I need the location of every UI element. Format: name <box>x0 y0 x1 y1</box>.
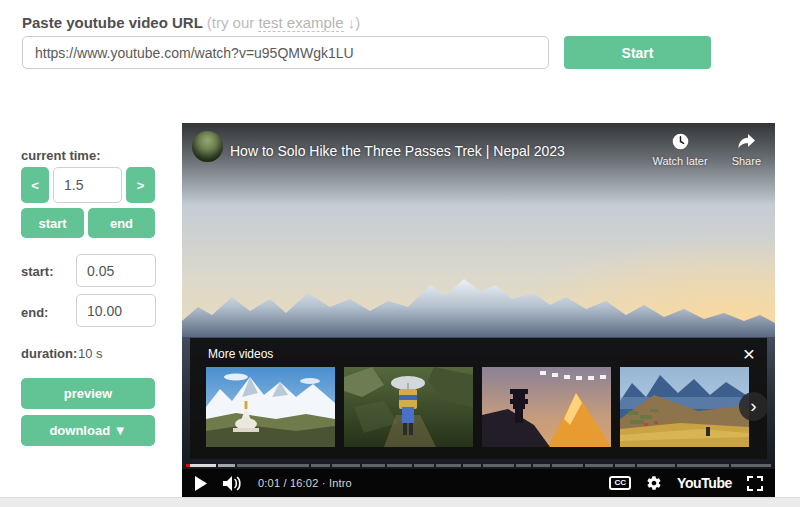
url-field-label-text: Paste youtube video URL <box>22 14 203 31</box>
footer-divider-band <box>0 497 800 507</box>
youtube-logo[interactable]: YouTube <box>677 475 732 491</box>
chapter-segment[interactable] <box>218 464 236 467</box>
chapter-segment[interactable] <box>677 464 729 467</box>
next-videos-chevron[interactable]: › <box>739 392 768 421</box>
captions-button[interactable]: CC <box>609 476 631 491</box>
chapter-segment[interactable] <box>483 464 514 467</box>
play-button[interactable] <box>194 476 207 491</box>
clock-icon <box>672 133 689 150</box>
chapter-segment[interactable] <box>637 464 675 467</box>
video-thumbnail-snowy-peaks-with-stupa[interactable] <box>206 367 335 447</box>
chapter-segment[interactable] <box>533 464 551 467</box>
chapter-segment[interactable] <box>436 464 461 467</box>
more-videos-title: More videos <box>208 347 273 361</box>
start-button[interactable]: Start <box>564 36 711 69</box>
thumbnail-row <box>206 367 749 447</box>
chapter-segment[interactable] <box>615 464 636 467</box>
start-time-input[interactable] <box>76 254 156 287</box>
channel-avatar[interactable] <box>192 131 223 162</box>
time-display: 0:01 / 16:02 · Intro <box>258 477 352 489</box>
chapter-segment[interactable] <box>362 464 385 467</box>
step-back-button[interactable]: < <box>21 167 49 203</box>
url-field-label: Paste youtube video URL (try our test ex… <box>22 14 360 31</box>
fullscreen-icon[interactable] <box>747 476 763 491</box>
chapter-segment[interactable] <box>186 464 216 467</box>
chapter-segment[interactable] <box>414 464 435 467</box>
end-time-input[interactable] <box>76 294 156 327</box>
video-thumbnail-porter-with-umbrella-on-trail[interactable] <box>344 367 473 447</box>
set-end-button[interactable]: end <box>88 208 155 238</box>
current-time-label: current time: <box>21 148 100 163</box>
video-thumbnail-golden-peak-sunset-with-pagoda[interactable] <box>482 367 611 447</box>
url-input[interactable] <box>22 36 549 69</box>
chapter-segment[interactable] <box>516 464 531 467</box>
volume-icon[interactable] <box>222 476 243 491</box>
watch-later-label: Watch later <box>652 155 707 167</box>
mountain-ridge <box>182 269 775 339</box>
chapter-segment[interactable] <box>463 464 481 467</box>
share-arrow-icon <box>736 133 756 150</box>
chapter-segment[interactable] <box>311 464 331 467</box>
page: Paste youtube video URL (try our test ex… <box>0 0 800 507</box>
chapter-segment[interactable] <box>237 464 308 467</box>
chapter-segment[interactable] <box>552 464 583 467</box>
share-label: Share <box>732 155 761 167</box>
chapter-segment[interactable] <box>731 464 771 467</box>
chapter-segment[interactable] <box>387 464 412 467</box>
player-top-actions: Watch later Share <box>652 133 761 167</box>
hint-arrow: ↓) <box>344 14 361 31</box>
chapter-segment[interactable] <box>332 464 360 467</box>
video-title[interactable]: How to Solo Hike the Three Passes Trek |… <box>230 143 650 159</box>
start-field-label: start: <box>21 264 54 279</box>
download-button[interactable]: download ▼ <box>21 415 155 446</box>
chapter-segment[interactable] <box>585 464 613 467</box>
player-control-bar: 0:01 / 16:02 · Intro CC YouTube <box>182 469 775 497</box>
duration-label: duration: <box>21 346 77 361</box>
step-forward-button[interactable]: > <box>126 167 155 203</box>
current-time-input[interactable] <box>53 167 122 203</box>
preview-button[interactable]: preview <box>21 378 155 409</box>
duration-value: 10 s <box>78 346 103 361</box>
set-start-button[interactable]: start <box>21 208 84 238</box>
more-videos-panel: More videos × <box>190 338 767 459</box>
progress-bar[interactable] <box>186 463 771 467</box>
share-button[interactable]: Share <box>732 133 761 167</box>
video-thumbnail-highland-village-blue-mountains[interactable] <box>620 367 749 447</box>
watch-later-button[interactable]: Watch later <box>652 133 707 167</box>
end-field-label: end: <box>21 305 48 320</box>
close-icon[interactable]: × <box>743 340 755 367</box>
test-example-link[interactable]: test example <box>258 14 343 32</box>
hint-text: (try our test example ↓) <box>207 14 360 32</box>
video-player[interactable]: How to Solo Hike the Three Passes Trek |… <box>182 123 775 497</box>
settings-gear-icon[interactable] <box>646 475 662 491</box>
